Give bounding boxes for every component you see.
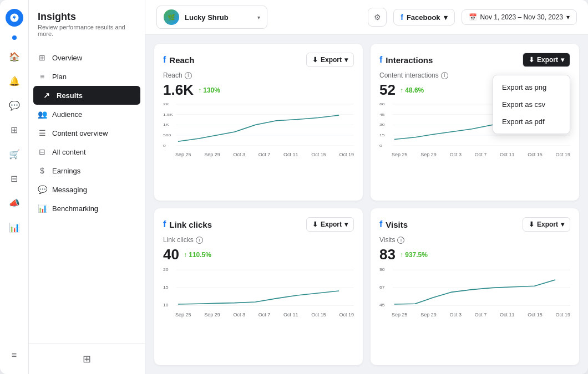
svg-text:1K: 1K bbox=[163, 123, 169, 127]
reach-x-label-2: Oct 3 bbox=[234, 152, 246, 157]
reach-x-label-5: Oct 15 bbox=[311, 152, 326, 157]
sidebar-item-overview[interactable]: ⊞ Overview bbox=[29, 48, 145, 67]
link-clicks-x-label-5: Oct 15 bbox=[311, 312, 326, 317]
visits-x-label-3: Oct 7 bbox=[475, 312, 487, 317]
reach-x-label-1: Sep 29 bbox=[204, 152, 220, 157]
notification-dot bbox=[12, 35, 17, 40]
link-clicks-x-label-0: Sep 25 bbox=[175, 312, 191, 317]
sidebar-title: Insights bbox=[38, 11, 136, 23]
cart-icon[interactable]: 🛒 bbox=[4, 144, 24, 164]
sidebar-nav: ⊞ Overview ≡ Plan ↗ Results 👥 Audience ☰… bbox=[29, 44, 145, 344]
link-clicks-x-labels: Sep 25 Sep 29 Oct 3 Oct 7 Oct 11 Oct 15 … bbox=[163, 312, 354, 317]
link-clicks-metric-label: Link clicks i bbox=[163, 236, 354, 244]
earnings-icon: $ bbox=[38, 166, 47, 175]
svg-text:0: 0 bbox=[163, 144, 166, 147]
reach-metric-label: Reach i bbox=[163, 71, 354, 79]
home-icon[interactable]: 🏠 bbox=[4, 47, 24, 66]
interactions-x-labels: Sep 25 Sep 29 Oct 3 Oct 7 Oct 11 Oct 15 … bbox=[379, 152, 570, 157]
sidebar-item-earnings[interactable]: $ Earnings bbox=[29, 161, 145, 180]
date-chevron-icon: ▾ bbox=[566, 13, 570, 21]
chart-icon[interactable]: 📊 bbox=[4, 217, 24, 237]
menu-icon[interactable]: ≡ bbox=[4, 345, 24, 365]
sidebar-item-benchmarking[interactable]: 📊 Benchmarking bbox=[29, 199, 145, 218]
plan-icon: ≡ bbox=[38, 72, 47, 81]
interactions-card: f Interactions ⬇ Export ▾ Export as png … bbox=[371, 44, 579, 201]
page-name: Lucky Shrub bbox=[185, 13, 252, 22]
date-range-label: Nov 1, 2023 – Nov 30, 2023 bbox=[480, 13, 563, 21]
sidebar-item-audience[interactable]: 👥 Audience bbox=[29, 105, 145, 124]
svg-text:1.5K: 1.5K bbox=[163, 112, 173, 116]
svg-text:20: 20 bbox=[163, 268, 169, 272]
visits-fb-icon: f bbox=[379, 219, 382, 229]
icon-bar: 🏠 🔔 💬 ⊞ 🛒 ⊟ 📣 📊 ≡ bbox=[0, 0, 29, 374]
link-clicks-chart: 20 15 10 Sep 25 Sep 29 Oct 3 Oct 7 Oct 1… bbox=[163, 267, 354, 356]
svg-text:15: 15 bbox=[379, 134, 385, 137]
sidebar-item-content-overview[interactable]: ☰ Content overview bbox=[29, 124, 145, 142]
interactions-x-label-1: Sep 29 bbox=[420, 152, 437, 157]
sidebar-item-all-content[interactable]: ⊟ All content bbox=[29, 142, 145, 161]
interactions-info-icon[interactable]: i bbox=[441, 72, 448, 79]
visits-x-label-4: Oct 11 bbox=[500, 312, 515, 317]
visits-export-button[interactable]: ⬇ Export ▾ bbox=[523, 217, 570, 232]
platform-label: Facebook bbox=[407, 13, 440, 22]
sidebar-item-plan[interactable]: ≡ Plan bbox=[29, 67, 145, 86]
main-content: 🌿 Lucky Shrub ▾ ⚙ f Facebook ▾ 📅 Nov 1, … bbox=[145, 0, 588, 374]
link-clicks-info-icon[interactable]: i bbox=[196, 237, 203, 244]
date-range-selector[interactable]: 📅 Nov 1, 2023 – Nov 30, 2023 ▾ bbox=[462, 9, 577, 25]
reach-x-label-4: Oct 11 bbox=[283, 152, 298, 157]
link-clicks-x-label-6: Oct 19 bbox=[339, 312, 354, 317]
reach-export-button[interactable]: ⬇ Export ▾ bbox=[306, 53, 354, 67]
export-dropdown-menu: Export as png Export as csv Export as pd… bbox=[493, 75, 570, 134]
reach-card: f Reach ⬇ Export ▾ Reach i 1.6K ↑ 130% bbox=[154, 44, 363, 201]
svg-text:45: 45 bbox=[379, 112, 385, 116]
bell-icon[interactable]: 🔔 bbox=[4, 71, 24, 91]
visits-card-header: f Visits ⬇ Export ▾ bbox=[379, 217, 570, 232]
calendar-icon: 📅 bbox=[469, 13, 477, 21]
export-csv-option[interactable]: Export as csv bbox=[493, 96, 570, 113]
reach-fb-icon: f bbox=[163, 55, 166, 65]
reach-x-labels: Sep 25 Sep 29 Oct 3 Oct 7 Oct 11 Oct 15 … bbox=[163, 152, 354, 157]
facebook-icon: f bbox=[401, 13, 403, 22]
svg-text:0: 0 bbox=[379, 144, 382, 147]
link-clicks-x-label-4: Oct 11 bbox=[283, 312, 298, 317]
message-circle-icon[interactable]: 💬 bbox=[4, 95, 24, 115]
megaphone-icon[interactable]: 📣 bbox=[4, 193, 24, 213]
visits-chart-svg: 90 67 45 bbox=[379, 267, 570, 311]
visits-info-icon[interactable]: i bbox=[397, 237, 404, 244]
visits-x-label-0: Sep 25 bbox=[392, 312, 408, 317]
grid-icon[interactable]: ⊞ bbox=[4, 120, 24, 140]
export-pdf-option[interactable]: Export as pdf bbox=[493, 113, 570, 130]
download-icon: ⬇ bbox=[312, 56, 318, 64]
interactions-x-label-2: Oct 3 bbox=[450, 152, 462, 157]
content-overview-icon: ☰ bbox=[38, 129, 47, 137]
sidebar-item-results[interactable]: ↗ Results bbox=[33, 86, 140, 105]
svg-text:67: 67 bbox=[379, 285, 385, 290]
link-clicks-export-button[interactable]: ⬇ Export ▾ bbox=[306, 217, 354, 232]
link-clicks-download-icon: ⬇ bbox=[312, 221, 318, 228]
collapse-sidebar-button[interactable]: ⊞ bbox=[83, 353, 91, 365]
page-selector[interactable]: 🌿 Lucky Shrub ▾ bbox=[156, 6, 267, 29]
svg-text:500: 500 bbox=[163, 134, 171, 137]
messaging-icon: 💬 bbox=[38, 185, 47, 194]
interactions-change: ↑ 48.6% bbox=[400, 86, 424, 94]
visits-x-labels: Sep 25 Sep 29 Oct 3 Oct 7 Oct 11 Oct 15 … bbox=[379, 312, 570, 317]
visits-change: ↑ 937.5% bbox=[400, 251, 428, 259]
table-icon[interactable]: ⊟ bbox=[4, 168, 24, 188]
link-clicks-x-label-2: Oct 3 bbox=[234, 312, 246, 317]
sidebar-subtitle: Review performance results and more. bbox=[38, 24, 136, 37]
settings-button[interactable]: ⚙ bbox=[368, 8, 387, 27]
sidebar-item-messaging[interactable]: 💬 Messaging bbox=[29, 180, 145, 199]
visits-card: f Visits ⬇ Export ▾ Visits i 83 ↑ 937.5% bbox=[371, 208, 579, 365]
link-clicks-chart-svg: 20 15 10 bbox=[163, 267, 354, 311]
top-bar: 🌿 Lucky Shrub ▾ ⚙ f Facebook ▾ 📅 Nov 1, … bbox=[145, 0, 588, 35]
interactions-export-chevron-icon: ▾ bbox=[561, 56, 564, 64]
reach-info-icon[interactable]: i bbox=[185, 72, 192, 79]
visits-metric-label: Visits i bbox=[379, 236, 570, 244]
interactions-export-button[interactable]: ⬇ Export ▾ bbox=[523, 53, 570, 67]
interactions-download-icon: ⬇ bbox=[529, 56, 534, 64]
platform-selector[interactable]: f Facebook ▾ bbox=[393, 9, 454, 25]
export-png-option[interactable]: Export as png bbox=[493, 79, 570, 96]
reach-chart-svg: 2K 1.5K 1K 500 0 bbox=[163, 102, 354, 152]
link-clicks-fb-icon: f bbox=[163, 219, 166, 229]
interactions-x-label-4: Oct 11 bbox=[500, 152, 515, 157]
